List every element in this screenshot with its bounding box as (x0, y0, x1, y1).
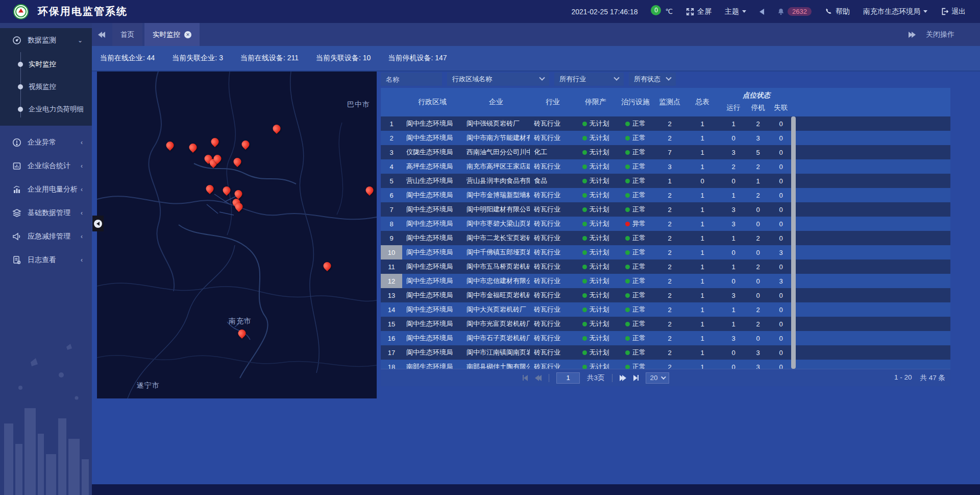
cell-meters: 1 (684, 217, 721, 231)
sidebar-item-enterprise-statistics[interactable]: 企业综合统计 ‹ (0, 154, 92, 178)
cell-region: 高坪生态环境局 (402, 159, 462, 174)
cell-company: 阆中明阳建材有限公司 (462, 202, 530, 217)
sidebar-item-data-monitoring[interactable]: 数据监测 ⌄ (0, 28, 92, 52)
table-row[interactable]: 18南部生态环境局南部县砌佳土陶有限公砖瓦行业无计划正常21030 (381, 360, 950, 369)
notification-badge: 2632 (788, 7, 812, 16)
cell-industry: 食品 (530, 174, 576, 188)
cell-plan-status: 无计划 (576, 202, 616, 217)
cell-plan-status: 无计划 (576, 260, 616, 274)
cell-meters: 1 (684, 202, 721, 217)
name-filter-input[interactable] (381, 73, 442, 86)
cell-points: 2 (655, 245, 684, 260)
table-row[interactable]: 6阆中生态环境局阆中市金博瑞新型墙材砖瓦行业无计划正常21120 (381, 188, 950, 202)
collapse-map-panel-button[interactable] (92, 216, 104, 231)
cell-lost: 0 (770, 260, 792, 274)
theme-dropdown[interactable]: 主题 (725, 7, 746, 16)
row-index: 4 (381, 159, 402, 174)
cell-facility-status: 正常 (616, 245, 655, 260)
next-page-icon[interactable] (620, 375, 626, 381)
table-row[interactable]: 11阆中生态环境局阆中市五马桥页岩机砖砖瓦行业无计划正常21120 (381, 260, 950, 274)
tab-realtime-monitoring[interactable]: 实时监控 ✕ (144, 23, 200, 46)
bullet-icon (18, 84, 23, 89)
cell-stopped: 3 (746, 345, 770, 360)
table-row[interactable]: 2阆中生态环境局阆中市南方节能建材有砖瓦行业无计划正常21030 (381, 131, 950, 145)
cell-points: 2 (655, 317, 684, 331)
tab-home[interactable]: 首页 (112, 23, 142, 46)
cell-region: 阆中生态环境局 (402, 217, 462, 231)
table-row[interactable]: 12阆中生态环境局阆中市忠信建材有限公砖瓦行业无计划正常21003 (381, 274, 950, 288)
cell-stopped: 0 (746, 245, 770, 260)
sidebar-item-base-data[interactable]: 基础数据管理 ‹ (0, 201, 92, 225)
region-filter-select[interactable]: 行政区域名称 (447, 73, 549, 86)
cell-region: 阆中生态环境局 (402, 274, 462, 288)
table-row[interactable]: 14阆中生态环境局阆中大兴页岩机砖厂砖瓦行业无计划正常21120 (381, 302, 950, 317)
table-row[interactable]: 10阆中生态环境局阆中千佛镇五郎垭页岩砖瓦行业无计划正常21003 (381, 245, 950, 260)
row-index: 15 (381, 317, 402, 331)
temperature-unit: ℃ (665, 8, 673, 15)
table-row[interactable]: 16阆中生态环境局阆中市石子页岩机砖厂砖瓦行业无计划正常21300 (381, 331, 950, 345)
table-row[interactable]: 1阆中生态环境局阆中强锐页岩砖厂砖瓦行业无计划正常21120 (381, 116, 950, 131)
help-button[interactable]: 帮助 (825, 7, 850, 16)
map-view[interactable]: 巴中市 南充市 遂宁市 (97, 72, 377, 398)
last-page-icon[interactable] (633, 375, 639, 381)
cell-points: 3 (655, 159, 684, 174)
scroll-tabs-left-button[interactable] (92, 23, 112, 46)
notifications[interactable]: 2632 (777, 7, 812, 16)
cell-stopped: 0 (746, 217, 770, 231)
table-row[interactable]: 4高坪生态环境局南充市高坪区王家店建砖瓦行业无计划正常31220 (381, 159, 950, 174)
page-size-select[interactable]: 20 (646, 372, 669, 384)
table-row[interactable]: 13阆中生态环境局阆中市金福旺页岩机砖砖瓦行业无计划正常21300 (381, 288, 950, 302)
status-dot-icon (625, 122, 630, 126)
table-row[interactable]: 7阆中生态环境局阆中明阳建材有限公司砖瓦行业无计划正常21300 (381, 202, 950, 217)
scroll-tabs-right-button[interactable] (909, 32, 915, 38)
cell-filler (792, 360, 950, 369)
page-number-input[interactable] (556, 372, 580, 384)
cell-plan-status: 无计划 (576, 231, 616, 245)
close-operations-button[interactable]: 关闭操作 (926, 30, 954, 39)
sidebar-item-power-analysis[interactable]: 企业用电量分析 ‹ (0, 178, 92, 201)
cell-points: 2 (655, 360, 684, 369)
cell-industry: 砖瓦行业 (530, 302, 576, 317)
table-row[interactable]: 3仪陇生态环境局西南油气田分公司川中化工无计划正常71350 (381, 145, 950, 159)
cell-running: 2 (721, 159, 746, 174)
cell-meters: 1 (684, 360, 721, 369)
cell-running: 0 (721, 174, 746, 188)
table-row[interactable]: 5营山生态环境局营山县润丰肉食品有限食品无计划正常10010 (381, 174, 950, 188)
first-page-icon[interactable] (523, 375, 528, 381)
table-header: 行政区域 企业 行业 停限产 治污设施 监测点 总表 点位状态 运行 停机 失联 (381, 88, 950, 116)
table-row[interactable]: 8阆中生态环境局阆中市枣碧大梁山页岩砖瓦行业无计划异常21300 (381, 217, 950, 231)
sidebar-subitem-power-load-detail[interactable]: 企业电力负荷明细 (0, 98, 92, 121)
cell-meters: 1 (684, 331, 721, 345)
table-row[interactable]: 17阆中生态环境局阆中市江南镇阆南页岩砖瓦行业无计划正常21030 (381, 345, 950, 360)
sidebar-item-log-view[interactable]: 日志查看 ‹ (0, 248, 92, 272)
cell-meters: 1 (684, 145, 721, 159)
cell-filler (792, 217, 950, 231)
close-icon[interactable]: ✕ (184, 31, 191, 38)
row-index: 11 (381, 260, 402, 274)
sidebar-subitem-video-monitoring[interactable]: 视频监控 (0, 76, 92, 98)
industry-filter-select[interactable]: 所有行业 (554, 73, 624, 86)
cell-facility-status: 正常 (616, 345, 655, 360)
exit-button[interactable]: 退出 (941, 7, 966, 16)
org-dropdown[interactable]: 南充市生态环境局 (863, 7, 927, 16)
cell-running: 3 (721, 145, 746, 159)
cell-plan-status: 无计划 (576, 217, 616, 231)
cell-facility-status: 正常 (616, 331, 655, 345)
prev-page-icon[interactable] (535, 375, 542, 381)
state-filter-select[interactable]: 所有状态 (629, 73, 676, 86)
column-header-running: 运行 (721, 103, 746, 112)
status-dot-icon (625, 308, 630, 312)
table-row[interactable]: 15阆中生态环境局阆中市光富页岩机砖厂砖瓦行业无计划正常21120 (381, 317, 950, 331)
sidebar-subitem-realtime-monitoring[interactable]: 实时监控 (0, 53, 92, 76)
cell-company: 阆中市五马桥页岩机砖 (462, 260, 530, 274)
cell-region: 阆中生态环境局 (402, 302, 462, 317)
fullscreen-button[interactable]: 全屏 (686, 7, 712, 16)
collapse-announcement-button[interactable] (760, 9, 764, 15)
column-header-index (381, 88, 402, 116)
table-row[interactable]: 9阆中生态环境局阆中市二龙长宝页岩砖砖瓦行业无计划正常21120 (381, 231, 950, 245)
table-scrollbar[interactable] (791, 116, 796, 369)
sidebar-item-emergency-reduction[interactable]: 应急减排管理 ‹ (0, 225, 92, 248)
sidebar-item-enterprise-abnormal[interactable]: 企业异常 ‹ (0, 131, 92, 154)
chevron-left-icon: ‹ (81, 233, 83, 240)
row-index: 16 (381, 331, 402, 345)
